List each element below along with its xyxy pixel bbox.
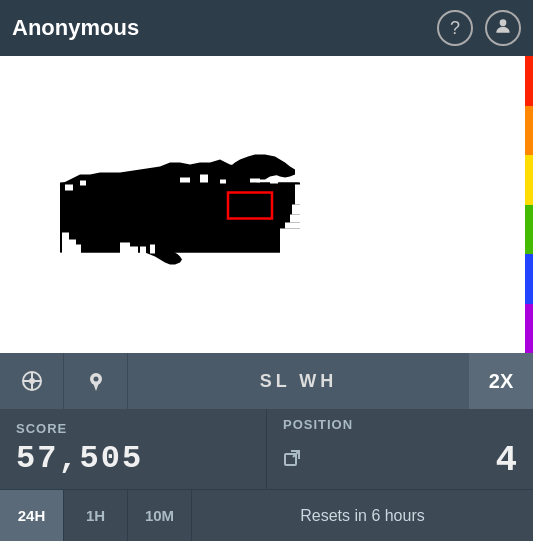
user-button[interactable] bbox=[485, 10, 521, 46]
time-filter-1h[interactable]: 1H bbox=[64, 490, 128, 542]
zoom-button[interactable]: 2X bbox=[469, 353, 533, 409]
svg-point-33 bbox=[93, 377, 98, 382]
svg-rect-18 bbox=[280, 229, 301, 254]
color-yellow bbox=[525, 155, 533, 205]
position-bottom: 4 bbox=[283, 440, 517, 481]
header: Anonymous ? bbox=[0, 0, 533, 56]
position-value: 4 bbox=[495, 440, 517, 481]
svg-rect-11 bbox=[220, 180, 226, 184]
header-icons: ? bbox=[437, 10, 521, 46]
svg-rect-10 bbox=[200, 175, 208, 183]
svg-rect-25 bbox=[150, 245, 155, 254]
svg-point-0 bbox=[500, 19, 507, 26]
help-button[interactable]: ? bbox=[437, 10, 473, 46]
toolbar-mode-labels: SL WH bbox=[128, 371, 469, 392]
cursor-tool-button[interactable] bbox=[0, 353, 64, 409]
color-blue bbox=[525, 254, 533, 304]
svg-point-30 bbox=[30, 379, 34, 383]
time-filter-24h[interactable]: 24H bbox=[0, 490, 64, 542]
score-block: SCORE 57,505 bbox=[0, 409, 267, 489]
svg-rect-7 bbox=[65, 185, 73, 191]
color-green bbox=[525, 205, 533, 255]
time-bar: 24H 1H 10M Resets in 6 hours bbox=[0, 489, 533, 541]
svg-rect-12 bbox=[250, 179, 260, 183]
map-svg bbox=[0, 56, 533, 353]
reset-text: Resets in 6 hours bbox=[192, 507, 533, 525]
svg-rect-13 bbox=[270, 181, 278, 184]
map-area[interactable] bbox=[0, 56, 533, 353]
svg-rect-8 bbox=[80, 181, 86, 186]
app-title: Anonymous bbox=[12, 15, 139, 41]
color-orange bbox=[525, 106, 533, 156]
svg-rect-23 bbox=[130, 247, 138, 254]
svg-rect-15 bbox=[292, 205, 301, 215]
help-icon: ? bbox=[450, 18, 460, 39]
pin-tool-button[interactable] bbox=[64, 353, 128, 409]
color-purple bbox=[525, 304, 533, 354]
svg-rect-24 bbox=[140, 247, 146, 254]
svg-rect-17 bbox=[285, 223, 301, 229]
svg-rect-16 bbox=[290, 215, 301, 223]
svg-marker-32 bbox=[93, 383, 99, 391]
svg-rect-22 bbox=[120, 243, 130, 254]
score-value: 57,505 bbox=[16, 440, 250, 477]
svg-rect-21 bbox=[62, 233, 69, 254]
stats-area: SCORE 57,505 POSITION 4 bbox=[0, 409, 533, 489]
toolbar: SL WH 2X bbox=[0, 353, 533, 409]
color-red bbox=[525, 56, 533, 106]
score-label: SCORE bbox=[16, 421, 250, 436]
color-bar bbox=[525, 56, 533, 353]
svg-rect-20 bbox=[68, 240, 76, 254]
app-container: Anonymous ? bbox=[0, 0, 533, 541]
svg-rect-14 bbox=[295, 185, 301, 205]
user-icon bbox=[493, 16, 513, 41]
position-label: POSITION bbox=[283, 417, 517, 432]
time-filter-10m[interactable]: 10M bbox=[128, 490, 192, 542]
svg-rect-9 bbox=[180, 178, 190, 183]
external-link-icon[interactable] bbox=[283, 449, 301, 472]
position-block: POSITION 4 bbox=[267, 409, 533, 489]
